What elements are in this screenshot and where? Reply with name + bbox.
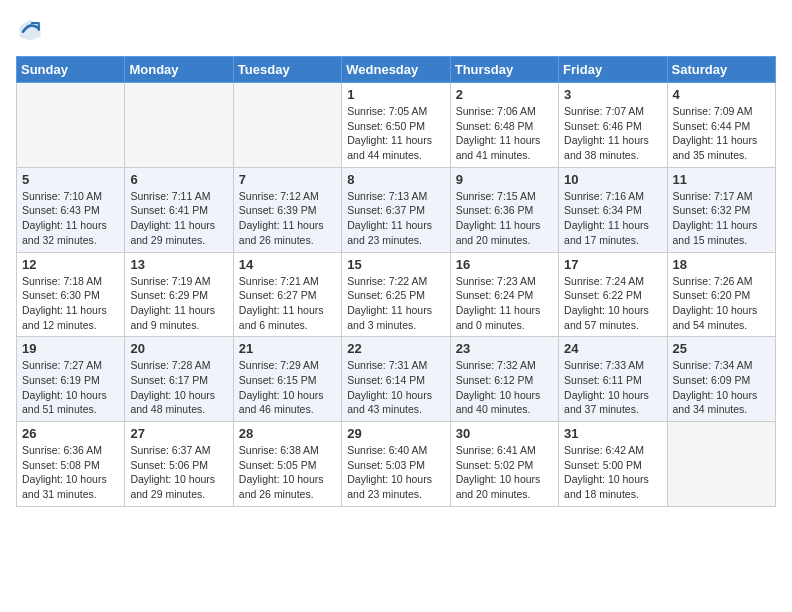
calendar-cell [125, 83, 233, 168]
day-info: Sunrise: 7:29 AM Sunset: 6:15 PM Dayligh… [239, 358, 336, 417]
week-row-4: 19Sunrise: 7:27 AM Sunset: 6:19 PM Dayli… [17, 337, 776, 422]
day-info: Sunrise: 7:27 AM Sunset: 6:19 PM Dayligh… [22, 358, 119, 417]
calendar-cell: 18Sunrise: 7:26 AM Sunset: 6:20 PM Dayli… [667, 252, 775, 337]
day-number: 15 [347, 257, 444, 272]
day-number: 21 [239, 341, 336, 356]
calendar-cell: 15Sunrise: 7:22 AM Sunset: 6:25 PM Dayli… [342, 252, 450, 337]
day-info: Sunrise: 7:05 AM Sunset: 6:50 PM Dayligh… [347, 104, 444, 163]
day-info: Sunrise: 6:38 AM Sunset: 5:05 PM Dayligh… [239, 443, 336, 502]
calendar-cell [667, 422, 775, 507]
calendar-cell: 28Sunrise: 6:38 AM Sunset: 5:05 PM Dayli… [233, 422, 341, 507]
day-info: Sunrise: 7:26 AM Sunset: 6:20 PM Dayligh… [673, 274, 770, 333]
calendar-cell: 10Sunrise: 7:16 AM Sunset: 6:34 PM Dayli… [559, 167, 667, 252]
calendar-cell: 13Sunrise: 7:19 AM Sunset: 6:29 PM Dayli… [125, 252, 233, 337]
calendar-cell: 16Sunrise: 7:23 AM Sunset: 6:24 PM Dayli… [450, 252, 558, 337]
week-row-2: 5Sunrise: 7:10 AM Sunset: 6:43 PM Daylig… [17, 167, 776, 252]
day-number: 13 [130, 257, 227, 272]
day-number: 16 [456, 257, 553, 272]
day-number: 24 [564, 341, 661, 356]
col-header-tuesday: Tuesday [233, 57, 341, 83]
day-info: Sunrise: 7:23 AM Sunset: 6:24 PM Dayligh… [456, 274, 553, 333]
calendar-cell: 29Sunrise: 6:40 AM Sunset: 5:03 PM Dayli… [342, 422, 450, 507]
day-number: 14 [239, 257, 336, 272]
day-info: Sunrise: 7:17 AM Sunset: 6:32 PM Dayligh… [673, 189, 770, 248]
day-number: 23 [456, 341, 553, 356]
calendar-cell: 17Sunrise: 7:24 AM Sunset: 6:22 PM Dayli… [559, 252, 667, 337]
calendar-cell: 19Sunrise: 7:27 AM Sunset: 6:19 PM Dayli… [17, 337, 125, 422]
day-number: 18 [673, 257, 770, 272]
calendar-cell: 2Sunrise: 7:06 AM Sunset: 6:48 PM Daylig… [450, 83, 558, 168]
calendar-cell: 4Sunrise: 7:09 AM Sunset: 6:44 PM Daylig… [667, 83, 775, 168]
day-info: Sunrise: 6:41 AM Sunset: 5:02 PM Dayligh… [456, 443, 553, 502]
day-number: 2 [456, 87, 553, 102]
day-number: 9 [456, 172, 553, 187]
day-info: Sunrise: 7:07 AM Sunset: 6:46 PM Dayligh… [564, 104, 661, 163]
day-info: Sunrise: 7:09 AM Sunset: 6:44 PM Dayligh… [673, 104, 770, 163]
col-header-friday: Friday [559, 57, 667, 83]
day-info: Sunrise: 7:18 AM Sunset: 6:30 PM Dayligh… [22, 274, 119, 333]
day-info: Sunrise: 7:24 AM Sunset: 6:22 PM Dayligh… [564, 274, 661, 333]
day-info: Sunrise: 7:19 AM Sunset: 6:29 PM Dayligh… [130, 274, 227, 333]
calendar-cell: 27Sunrise: 6:37 AM Sunset: 5:06 PM Dayli… [125, 422, 233, 507]
day-info: Sunrise: 7:12 AM Sunset: 6:39 PM Dayligh… [239, 189, 336, 248]
calendar-cell: 20Sunrise: 7:28 AM Sunset: 6:17 PM Dayli… [125, 337, 233, 422]
day-info: Sunrise: 6:36 AM Sunset: 5:08 PM Dayligh… [22, 443, 119, 502]
day-info: Sunrise: 7:21 AM Sunset: 6:27 PM Dayligh… [239, 274, 336, 333]
calendar-cell: 24Sunrise: 7:33 AM Sunset: 6:11 PM Dayli… [559, 337, 667, 422]
calendar-cell: 22Sunrise: 7:31 AM Sunset: 6:14 PM Dayli… [342, 337, 450, 422]
day-info: Sunrise: 7:22 AM Sunset: 6:25 PM Dayligh… [347, 274, 444, 333]
day-number: 11 [673, 172, 770, 187]
calendar-header-row: SundayMondayTuesdayWednesdayThursdayFrid… [17, 57, 776, 83]
day-number: 4 [673, 87, 770, 102]
day-number: 28 [239, 426, 336, 441]
day-number: 12 [22, 257, 119, 272]
calendar-cell [233, 83, 341, 168]
calendar-cell: 23Sunrise: 7:32 AM Sunset: 6:12 PM Dayli… [450, 337, 558, 422]
day-info: Sunrise: 7:16 AM Sunset: 6:34 PM Dayligh… [564, 189, 661, 248]
day-info: Sunrise: 6:42 AM Sunset: 5:00 PM Dayligh… [564, 443, 661, 502]
calendar-cell: 21Sunrise: 7:29 AM Sunset: 6:15 PM Dayli… [233, 337, 341, 422]
calendar-cell: 30Sunrise: 6:41 AM Sunset: 5:02 PM Dayli… [450, 422, 558, 507]
day-info: Sunrise: 7:34 AM Sunset: 6:09 PM Dayligh… [673, 358, 770, 417]
day-info: Sunrise: 7:11 AM Sunset: 6:41 PM Dayligh… [130, 189, 227, 248]
day-info: Sunrise: 7:33 AM Sunset: 6:11 PM Dayligh… [564, 358, 661, 417]
logo [16, 16, 48, 44]
day-number: 27 [130, 426, 227, 441]
day-info: Sunrise: 6:37 AM Sunset: 5:06 PM Dayligh… [130, 443, 227, 502]
calendar-cell: 6Sunrise: 7:11 AM Sunset: 6:41 PM Daylig… [125, 167, 233, 252]
calendar-cell: 12Sunrise: 7:18 AM Sunset: 6:30 PM Dayli… [17, 252, 125, 337]
day-number: 17 [564, 257, 661, 272]
day-info: Sunrise: 7:32 AM Sunset: 6:12 PM Dayligh… [456, 358, 553, 417]
day-info: Sunrise: 7:06 AM Sunset: 6:48 PM Dayligh… [456, 104, 553, 163]
week-row-3: 12Sunrise: 7:18 AM Sunset: 6:30 PM Dayli… [17, 252, 776, 337]
day-info: Sunrise: 7:15 AM Sunset: 6:36 PM Dayligh… [456, 189, 553, 248]
day-info: Sunrise: 7:13 AM Sunset: 6:37 PM Dayligh… [347, 189, 444, 248]
day-number: 31 [564, 426, 661, 441]
day-number: 8 [347, 172, 444, 187]
day-number: 20 [130, 341, 227, 356]
calendar-cell: 26Sunrise: 6:36 AM Sunset: 5:08 PM Dayli… [17, 422, 125, 507]
day-number: 6 [130, 172, 227, 187]
calendar-cell: 5Sunrise: 7:10 AM Sunset: 6:43 PM Daylig… [17, 167, 125, 252]
week-row-5: 26Sunrise: 6:36 AM Sunset: 5:08 PM Dayli… [17, 422, 776, 507]
day-info: Sunrise: 7:10 AM Sunset: 6:43 PM Dayligh… [22, 189, 119, 248]
day-number: 22 [347, 341, 444, 356]
day-number: 29 [347, 426, 444, 441]
calendar-cell: 11Sunrise: 7:17 AM Sunset: 6:32 PM Dayli… [667, 167, 775, 252]
day-number: 10 [564, 172, 661, 187]
day-number: 1 [347, 87, 444, 102]
day-number: 19 [22, 341, 119, 356]
day-number: 7 [239, 172, 336, 187]
calendar-cell: 25Sunrise: 7:34 AM Sunset: 6:09 PM Dayli… [667, 337, 775, 422]
week-row-1: 1Sunrise: 7:05 AM Sunset: 6:50 PM Daylig… [17, 83, 776, 168]
logo-icon [16, 16, 44, 44]
day-number: 30 [456, 426, 553, 441]
col-header-sunday: Sunday [17, 57, 125, 83]
calendar-cell: 1Sunrise: 7:05 AM Sunset: 6:50 PM Daylig… [342, 83, 450, 168]
day-number: 26 [22, 426, 119, 441]
col-header-saturday: Saturday [667, 57, 775, 83]
calendar-cell: 8Sunrise: 7:13 AM Sunset: 6:37 PM Daylig… [342, 167, 450, 252]
day-info: Sunrise: 7:28 AM Sunset: 6:17 PM Dayligh… [130, 358, 227, 417]
day-info: Sunrise: 6:40 AM Sunset: 5:03 PM Dayligh… [347, 443, 444, 502]
calendar-cell: 7Sunrise: 7:12 AM Sunset: 6:39 PM Daylig… [233, 167, 341, 252]
